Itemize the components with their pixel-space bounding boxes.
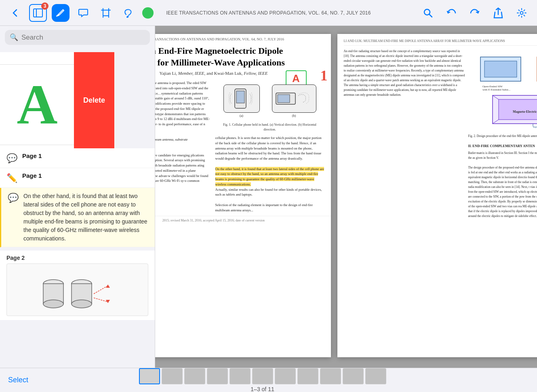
journal-header: IEEE TRANSACTIONS ON ANTENNAS AND PROPAG… <box>166 10 371 16</box>
annotation-page-label: Page 1 <box>22 152 42 159</box>
svg-rect-3 <box>103 10 109 16</box>
svg-line-11 <box>429 14 432 17</box>
share-button[interactable] <box>489 4 507 22</box>
svg-rect-36 <box>499 99 537 120</box>
svg-rect-25 <box>236 91 244 103</box>
overlay-num-1: 1 <box>320 67 328 84</box>
page2-section: Page 2 <box>0 251 155 320</box>
search-input[interactable] <box>21 34 145 42</box>
thumb-strip-item-2[interactable] <box>162 368 183 384</box>
right-page-header: LI AND LUK: MULTIBEAM END-FIRE ME DIPOLE… <box>344 39 537 46</box>
page-footer: 2015; revised March 31, 2016; accepted A… <box>155 216 331 225</box>
page2-label: Page 2 <box>6 255 148 261</box>
comment-icon: 💬 <box>6 153 17 164</box>
page1-thumb-container: Page 1 A Delete <box>0 52 155 148</box>
doc-intro-text: rrays with passive beam-forming active c… <box>155 153 208 188</box>
thumb-strip-item-6[interactable] <box>252 368 273 384</box>
thumb-strip-item-7[interactable] <box>275 368 296 384</box>
doc-right-col: (a) <box>215 80 324 213</box>
svg-marker-22 <box>106 285 110 288</box>
right-page-columns: An end-fire radiating structure based on… <box>344 49 537 219</box>
submission-text: 2015; revised March 31, 2016; accepted A… <box>162 219 265 222</box>
fig-caption: Fig. 1. Cellular phone held in hand. (a)… <box>215 122 324 135</box>
svg-text:Magneto-Electric Dipole: Magneto-Electric Dipole <box>513 110 537 114</box>
undo-button[interactable] <box>442 4 460 22</box>
svg-text:with E Extended Subst...: with E Extended Subst... <box>482 88 510 91</box>
text-annotation-icon: 💬 <box>8 193 19 203</box>
toolbar: 3 IEEE TRANSACTIONS ON ANTENNAS AND PROP… <box>0 0 537 26</box>
page1-comment-annotation[interactable]: 💬 Page 1 <box>0 148 155 168</box>
page2-sketch <box>37 268 118 312</box>
doc-title: am End-Fire Magnetoelectric Dipoleray fo… <box>155 43 331 69</box>
doc-columns: integrated waveguide (SIW)-fed dipole an… <box>155 77 331 216</box>
svg-text:Open-Ended SIW: Open-Ended SIW <box>482 85 503 88</box>
phone-horizontal-svg <box>274 88 314 110</box>
svg-rect-0 <box>34 9 42 17</box>
back-button[interactable] <box>6 4 24 22</box>
lasso-button[interactable] <box>120 4 137 22</box>
page1-swipe-row: Page 1 A Delete <box>0 52 155 148</box>
thumb-strip-item-4[interactable] <box>207 368 228 384</box>
page-count-area: 1–3 of 11 <box>139 368 386 392</box>
two-page-spread: 1 A 2 💬 IEEE TRANSACTIONS ON ANTENNAS AN… <box>155 34 537 365</box>
doc-keywords: butler matrix, end-fire antenna, multibe… <box>155 137 188 141</box>
svg-line-21 <box>94 298 108 302</box>
thumb-strip-item-8[interactable] <box>297 368 318 384</box>
svg-point-19 <box>72 300 92 308</box>
svg-point-16 <box>43 300 63 308</box>
comment-button[interactable] <box>74 4 92 22</box>
panel-toggle-button[interactable]: 3 <box>29 4 47 22</box>
phone-fig-horizontal <box>272 84 316 113</box>
thumb-strip-item-1[interactable] <box>139 368 160 384</box>
select-button[interactable]: Select <box>8 376 28 384</box>
thumb-strip-item-5[interactable] <box>230 368 251 384</box>
text-a-badge: A <box>286 70 307 86</box>
doc-body-text: cellular phones. It is seen that no matt… <box>215 136 322 160</box>
delete-button[interactable]: Delete <box>74 52 114 148</box>
annotation-text-content: On the other hand, it is found that at l… <box>23 192 148 243</box>
page-count: 1–3 of 11 <box>251 386 274 392</box>
color-picker[interactable] <box>142 7 154 19</box>
thumb-strip-item-11[interactable] <box>365 368 386 384</box>
fig-a-label: (a) <box>240 114 243 118</box>
annotation-page-label2: Page 1 <box>22 172 42 179</box>
page1-pencil-annotation[interactable]: ✏️ Page 1 <box>0 168 155 188</box>
right-page-section-text: Butler-matrix is illustrated in Section … <box>468 151 537 219</box>
antenna-diagram-svg: Open-Ended SIW with E Extended Subst... … <box>476 49 537 130</box>
redo-button[interactable] <box>466 4 484 22</box>
annotation-content: Page 1 <box>22 152 42 160</box>
right-page-figure: Open-Ended SIW with E Extended Subst... … <box>468 49 537 131</box>
page2-thumbnail[interactable] <box>6 263 148 316</box>
phone-vertical-svg <box>227 88 256 110</box>
annotation-content2: Page 1 <box>22 172 42 180</box>
right-page: LI AND LUK: MULTIBEAM END-FIRE ME DIPOLE… <box>337 34 537 357</box>
thumb-strip-item-9[interactable] <box>320 368 341 384</box>
doc-highlight-text: On the other hand, it is found that at l… <box>215 167 324 186</box>
thumb-strip-item-3[interactable] <box>184 368 205 384</box>
thumb-strip-item-10[interactable] <box>343 368 364 384</box>
doc-left-col: integrated waveguide (SIW)-fed dipole an… <box>155 80 211 213</box>
search-bar[interactable]: 🔍 <box>5 30 150 45</box>
right-page-right-col: Open-Ended SIW with E Extended Subst... … <box>468 49 537 219</box>
left-page: 1 A 2 💬 IEEE TRANSACTIONS ON ANTENNAS AN… <box>155 34 331 357</box>
sidebar-pages: Page 1 A Delete 💬 Page 1 <box>0 49 155 368</box>
main-content: 🔍 Page 1 A Delete <box>0 26 537 368</box>
crop-button[interactable] <box>97 4 115 22</box>
doc-area[interactable]: 1 A 2 💬 IEEE TRANSACTIONS ON ANTENNAS AN… <box>155 26 537 368</box>
svg-rect-29 <box>484 61 517 77</box>
pen-tool-button[interactable] <box>52 4 69 22</box>
page1-text-annotation[interactable]: 💬 On the other hand, it is found that at… <box>0 188 155 247</box>
pencil-icon: ✏️ <box>6 173 17 183</box>
search-button[interactable] <box>419 4 437 22</box>
svg-text:Input Port: Input Port <box>533 125 537 129</box>
badge-3: 3 <box>41 2 48 10</box>
settings-button[interactable] <box>513 4 531 22</box>
fig-area: (a) <box>215 80 324 122</box>
bottom-bar: Select 1–3 of 11 <box>0 368 537 392</box>
fig-b-label: (b) <box>292 114 296 118</box>
svg-line-20 <box>94 286 108 294</box>
doc-extra-text: Actually, similar results can also be fo… <box>215 188 322 212</box>
phone-fig-vertical <box>223 84 260 113</box>
doc-abstract-text: integrated waveguide (SIW)-fed dipole an… <box>155 81 210 131</box>
right-page-section-heading: II. END-FIRE COMPLEMENTARY ANTEN <box>468 143 537 149</box>
